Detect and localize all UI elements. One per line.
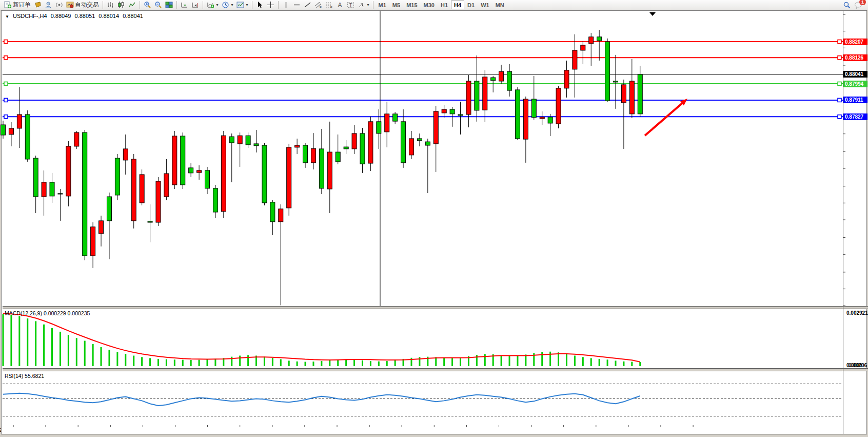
candlestick-chart-icon [117,1,125,9]
svg-text:F: F [330,6,332,9]
toolbar-separator [203,1,203,9]
arrows-tool-button[interactable]: ▾ [356,1,371,10]
macd-signal-line [3,314,640,362]
chart-shift-button[interactable] [190,1,201,10]
dropdown-caret-icon: ▾ [246,3,248,7]
signal-icon [55,1,63,9]
price-tag: 0.88041 [843,71,867,78]
timeframe-w1-button[interactable]: W1 [478,1,492,9]
timeframe-h4-button[interactable]: H4 [451,1,464,9]
trendline-icon [304,1,311,9]
bar-chart-button[interactable] [105,1,116,10]
price-tag: 0.87827 [843,113,867,120]
horizontal-line-objects[interactable] [3,40,843,119]
templates-button[interactable]: ▾ [235,1,250,10]
trendline-tool-button[interactable] [302,1,313,10]
symbol-period-label: USDCHF-,H4 [13,13,47,19]
autotrading-label: 自动交易 [75,1,99,9]
toolbar-separator [252,1,252,9]
high-value: 0.88051 [75,13,95,19]
notifications-button[interactable]: 1 [854,1,863,9]
horizontal-line-icon [293,1,301,9]
cursor-icon [256,1,264,9]
chart-shift-icon [191,1,199,9]
timeframe-m30-button[interactable]: M30 [421,1,438,9]
toolbar-separator [140,1,140,9]
svg-text:T: T [349,3,352,8]
bar-chart-icon [107,1,114,9]
equidistant-channel-icon: E [314,1,322,9]
timeframe-m5-button[interactable]: M5 [389,1,403,9]
macd-axis-max: 0.002921 [846,310,868,316]
template-icon [236,1,244,9]
notification-badge: 1 [859,0,866,5]
crosshair-icon [267,1,274,9]
new-order-label: 新订单 [13,1,31,9]
text-label-icon: T [347,1,354,9]
zoom-in-button[interactable] [142,1,153,10]
cursor-tool-button[interactable] [254,1,265,10]
signals-button[interactable] [54,1,65,10]
line-chart-button[interactable] [127,1,137,10]
rsi-line [3,393,640,406]
tile-windows-icon [165,1,173,9]
macd-histogram [3,314,640,366]
macd-axis-min: 0.00206 [849,363,867,368]
price-tag: 0.88207 [843,39,867,45]
candlestick-series [1,30,643,306]
price-tag: 0.88126 [843,54,867,61]
timeframe-d1-button[interactable]: D1 [464,1,478,9]
fibonacci-tool-button[interactable]: F [324,1,334,10]
equidistant-channel-tool-button[interactable]: E [313,1,324,10]
timeframe-m15-button[interactable]: M15 [403,1,420,9]
vertical-line-icon [282,1,290,9]
new-order-icon [4,1,11,9]
profile-icon [45,1,52,9]
dropdown-caret-icon: ▾ [367,3,369,7]
macd-label: MACD(12,26,9) 0.000229 0.000235 [5,310,90,316]
zoom-in-icon [144,1,151,9]
toolbar-separator [176,1,177,9]
toolbar-separator [373,1,373,9]
timeframe-group: M1M5M15M30H1H4D1W1MN [376,1,507,9]
text-tool-button[interactable]: A [334,1,345,10]
vertical-line-tool-button[interactable] [281,1,291,10]
dropdown-caret-icon: ▾ [216,3,219,7]
new-order-button[interactable]: 新订单 [2,1,32,10]
candlestick-chart-button[interactable] [116,1,127,10]
svg-text:A: A [338,2,342,9]
chart-shift-marker-icon[interactable] [649,12,656,16]
arrow-objects-icon [358,1,365,9]
zoom-out-button[interactable] [153,1,164,10]
line-chart-icon [128,1,136,9]
crosshair-tool-button[interactable] [265,1,276,10]
indicators-icon [207,1,214,9]
close-value: 0.88041 [123,13,143,19]
main-toolbar: 新订单 自动交易 ▾ ▾ [0,0,868,10]
search-icon[interactable] [843,1,851,9]
timeframe-mn-button[interactable]: MN [492,1,507,9]
tile-windows-button[interactable] [164,1,174,10]
autoscroll-button[interactable] [179,1,190,10]
horizontal-line-tool-button[interactable] [291,1,302,10]
timeframe-m1-button[interactable]: M1 [376,1,389,9]
price-tag: 0.87911 [843,97,867,103]
dropdown-caret-icon: ▾ [231,3,233,7]
timeframe-h1-button[interactable]: H1 [438,1,451,9]
profiles-button[interactable] [43,1,54,10]
clock-icon [222,1,229,9]
toolbar-separator [103,1,103,9]
periods-button[interactable]: ▾ [220,1,235,10]
pane-divider[interactable] [3,306,868,309]
market-watch-button[interactable] [32,1,43,10]
pane-divider[interactable] [3,368,868,371]
zoom-out-icon [154,1,162,9]
toolbar-separator [278,1,279,9]
autotrading-button[interactable]: 自动交易 [65,1,101,10]
collapse-indicator-icon[interactable]: ▼ [5,14,9,19]
chart-canvas[interactable] [0,0,868,437]
indicators-button[interactable]: ▾ [205,1,220,10]
low-value: 0.88014 [98,13,119,19]
text-label-tool-button[interactable]: T [345,1,356,10]
autotrading-icon [66,1,74,9]
